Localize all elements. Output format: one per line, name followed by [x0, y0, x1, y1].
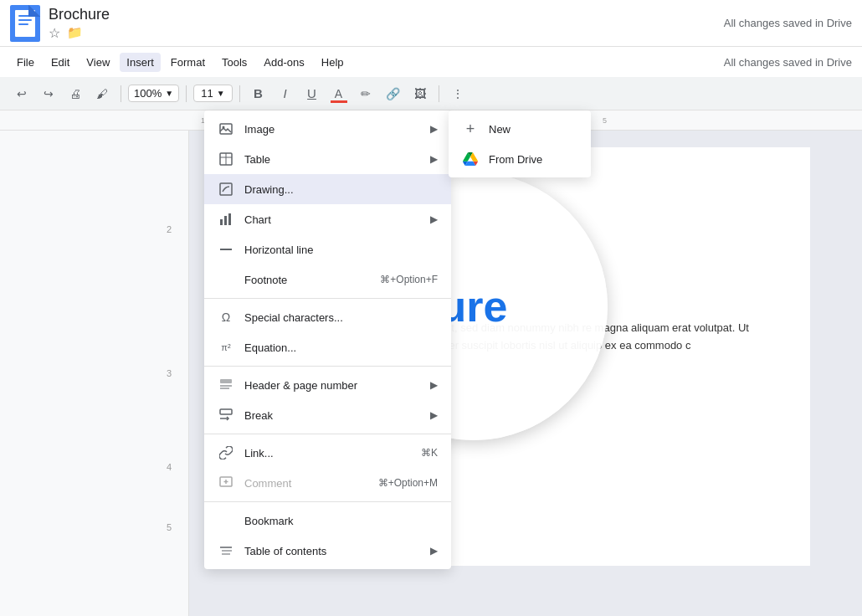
insert-comment-shortcut: ⌘+Option+M — [378, 477, 438, 489]
menu-insert[interactable]: Insert — [120, 53, 161, 72]
menu-help[interactable]: Help — [315, 53, 351, 72]
insert-break-item[interactable]: Break ▶ — [204, 400, 451, 430]
drawing-from-drive-item[interactable]: From Drive — [449, 144, 591, 174]
special-chars-icon: Ω — [218, 309, 234, 326]
insert-link-label: Link... — [244, 447, 421, 459]
google-drive-icon — [462, 151, 479, 167]
svg-rect-4 — [18, 23, 28, 25]
svg-rect-11 — [220, 219, 223, 225]
folder-icon[interactable]: 📁 — [67, 25, 83, 40]
title-section: Brochure ☆ 📁 — [49, 6, 110, 41]
svg-rect-13 — [228, 213, 231, 225]
insert-image-item[interactable]: Image ▶ — [204, 114, 451, 144]
drawing-from-drive-label: From Drive — [489, 153, 542, 166]
menu-sep-2 — [204, 366, 451, 367]
insert-link-item[interactable]: Link... ⌘K — [204, 438, 451, 468]
toc-icon — [218, 542, 234, 559]
insert-chart-arrow: ▶ — [430, 213, 438, 225]
menu-edit[interactable]: Edit — [44, 53, 76, 72]
highlight-button[interactable]: ✏ — [354, 82, 377, 105]
paint-format-button[interactable]: 🖌 — [90, 82, 114, 105]
menu-format[interactable]: Format — [164, 53, 212, 72]
drawing-icon — [218, 181, 234, 198]
more-options-button[interactable]: ⋮ — [446, 82, 469, 105]
toolbar-separator-2 — [186, 85, 187, 102]
insert-drawing-item[interactable]: Drawing... — [204, 174, 451, 204]
font-size-value: 11 — [201, 87, 213, 100]
drawing-submenu: + New From Drive — [449, 110, 591, 177]
insert-chart-label: Chart — [244, 213, 430, 226]
menu-sep-3 — [204, 434, 451, 434]
font-size-control[interactable]: 11 ▼ — [193, 85, 232, 102]
doc-title[interactable]: Brochure — [49, 6, 110, 23]
menu-tools[interactable]: Tools — [215, 53, 254, 72]
insert-chart-item[interactable]: Chart ▶ — [204, 204, 451, 234]
break-icon — [218, 407, 234, 424]
italic-button[interactable]: I — [274, 82, 297, 105]
insert-header-item[interactable]: Header & page number ▶ — [204, 370, 451, 400]
zoom-value: 100% — [134, 87, 162, 100]
insert-toc-arrow: ▶ — [430, 545, 438, 557]
drawing-new-item[interactable]: + New — [449, 114, 591, 144]
header-icon — [218, 377, 234, 393]
insert-bookmark-label: Bookmark — [244, 515, 438, 527]
insert-footnote-item[interactable]: Footnote ⌘+Option+F — [204, 264, 451, 295]
new-plus-icon: + — [462, 121, 479, 137]
chart-icon — [218, 211, 234, 228]
underline-button[interactable]: U — [300, 82, 324, 105]
menu-addons[interactable]: Add-ons — [257, 53, 310, 72]
insert-equation-label: Equation... — [244, 341, 438, 354]
insert-image-arrow: ▶ — [430, 123, 438, 135]
menu-view[interactable]: View — [80, 53, 116, 72]
insert-special-label: Special characters... — [244, 311, 438, 324]
insert-table-label: Table — [244, 153, 430, 166]
text-color-button[interactable]: A — [327, 82, 351, 105]
insert-table-arrow: ▶ — [430, 153, 438, 165]
menu-sep-1 — [204, 298, 451, 299]
svg-rect-18 — [220, 409, 232, 414]
link-button[interactable]: 🔗 — [381, 82, 405, 105]
insert-toc-label: Table of contents — [244, 545, 430, 557]
insert-footnote-shortcut: ⌘+Option+F — [380, 274, 438, 285]
drawing-new-label: New — [489, 123, 511, 136]
insert-image-label: Image — [244, 123, 430, 136]
toolbar-separator-1 — [121, 85, 121, 102]
link-icon — [218, 444, 234, 461]
insert-comment-item: Comment ⌘+Option+M — [204, 468, 451, 498]
redo-button[interactable]: ↪ — [37, 82, 60, 105]
title-bar: Brochure ☆ 📁 All changes saved in Drive — [0, 0, 862, 47]
bold-button[interactable]: B — [247, 82, 270, 105]
title-icons: ☆ 📁 — [49, 25, 110, 41]
insert-image-button[interactable]: 🖼 — [408, 82, 432, 105]
menu-save-status: All changes saved in Drive — [724, 56, 852, 69]
font-size-arrow: ▼ — [217, 89, 225, 98]
toolbar: ↩ ↪ 🖨 🖌 100% ▼ 11 ▼ B I U A ✏ 🔗 🖼 ⋮ — [0, 77, 862, 110]
insert-break-label: Break — [244, 409, 430, 422]
insert-special-item[interactable]: Ω Special characters... — [204, 302, 451, 332]
menu-sep-4 — [204, 501, 451, 502]
insert-hline-item[interactable]: Horizontal line — [204, 234, 451, 264]
svg-rect-15 — [220, 379, 232, 383]
image-icon — [218, 121, 234, 137]
insert-footnote-label: Footnote — [244, 274, 380, 286]
star-icon[interactable]: ☆ — [49, 25, 60, 41]
zoom-arrow: ▼ — [165, 89, 173, 98]
insert-break-arrow: ▶ — [430, 409, 438, 421]
menu-file[interactable]: File — [10, 53, 41, 72]
doc-icon — [10, 5, 40, 42]
insert-header-arrow: ▶ — [430, 379, 438, 391]
zoom-control[interactable]: 100% ▼ — [128, 85, 179, 102]
insert-table-item[interactable]: Table ▶ — [204, 144, 451, 174]
undo-button[interactable]: ↩ — [10, 82, 33, 105]
insert-menu-dropdown: Image ▶ Table ▶ Drawing... Chart ▶ Horiz… — [204, 110, 451, 569]
insert-toc-item[interactable]: Table of contents ▶ — [204, 536, 451, 566]
insert-drawing-label: Drawing... — [244, 183, 438, 196]
insert-header-label: Header & page number — [244, 379, 430, 392]
insert-equation-item[interactable]: π² Equation... — [204, 332, 451, 362]
print-button[interactable]: 🖨 — [64, 82, 87, 105]
equation-icon: π² — [218, 339, 234, 356]
comment-add-icon — [218, 475, 234, 491]
insert-bookmark-item[interactable]: Bookmark — [204, 506, 451, 536]
insert-comment-label: Comment — [244, 477, 378, 490]
menu-bar: File Edit View Insert Format Tools Add-o… — [0, 47, 862, 77]
